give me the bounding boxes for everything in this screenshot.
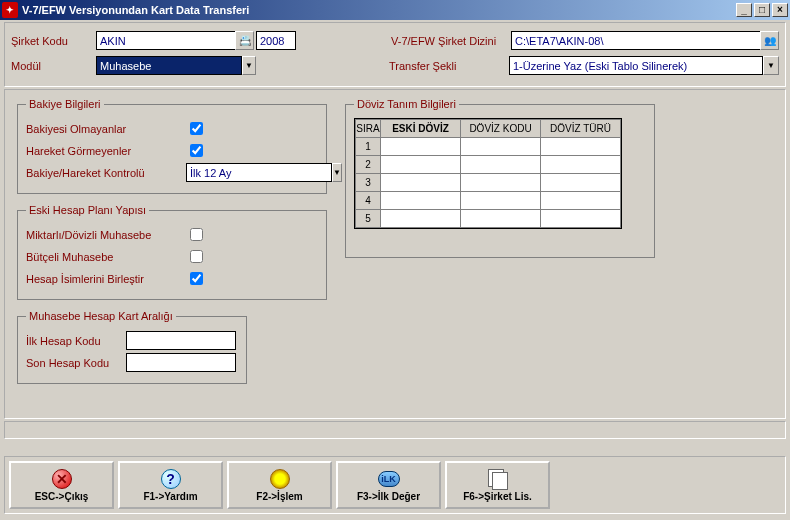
f3-ilk-deger-button[interactable]: iLK F3->İlk Değer [336, 461, 441, 509]
ilk-hesap-label: İlk Hesap Kodu [26, 335, 126, 347]
bakiye-kontrol-value[interactable] [186, 163, 332, 182]
modul-value[interactable] [96, 56, 242, 75]
help-icon: ? [161, 469, 181, 489]
transfer-sekli-label: Transfer Şekli [389, 60, 509, 72]
modul-combo[interactable]: ▼ [96, 56, 256, 75]
birlestir-checkbox[interactable] [190, 272, 203, 285]
miktarli-checkbox[interactable] [190, 228, 203, 241]
bakiye-fieldset: Bakiye Bilgileri Bakiyesi Olmayanlar Har… [17, 98, 327, 194]
bakiye-kontrol-label: Bakiye/Hareket Kontrolü [26, 167, 186, 179]
birlestir-label: Hesap İsimlerini Birleştir [26, 273, 186, 285]
grid-col-turu: DÖVİZ TÜRÜ [541, 120, 621, 138]
sirket-kodu-input[interactable] [96, 31, 236, 50]
hareket-gormeyenler-label: Hareket Görmeyenler [26, 145, 186, 157]
minimize-button[interactable]: _ [736, 3, 752, 17]
transfer-sekli-value[interactable] [509, 56, 763, 75]
year-input[interactable] [256, 31, 296, 50]
sirket-dizini-browse-icon[interactable]: 👥 [760, 31, 779, 50]
aralik-legend: Muhasebe Hesap Kart Aralığı [26, 310, 176, 322]
bakiye-kontrol-combo[interactable]: ▼ [186, 163, 286, 182]
button-bar: ✕ ESC->Çıkış ? F1->Yardım F2->İşlem iLK … [4, 456, 786, 514]
modul-label: Modül [11, 60, 96, 72]
maximize-button[interactable]: □ [754, 3, 770, 17]
son-hesap-label: Son Hesap Kodu [26, 357, 126, 369]
ilk-hesap-input[interactable] [126, 331, 236, 350]
doviz-grid[interactable]: SIRA ESKİ DÖVİZ DÖVİZ KODU DÖVİZ TÜRÜ 1 … [354, 118, 622, 229]
son-hesap-input[interactable] [126, 353, 236, 372]
bakiyesi-olmayanlar-label: Bakiyesi Olmayanlar [26, 123, 186, 135]
chevron-down-icon[interactable]: ▼ [763, 56, 779, 75]
table-row: 2 [356, 156, 621, 174]
butceli-checkbox[interactable] [190, 250, 203, 263]
f2-islem-button[interactable]: F2->İşlem [227, 461, 332, 509]
titlebar: ✦ V-7/EFW Versiyonundan Kart Data Transf… [0, 0, 790, 20]
bakiyesi-olmayanlar-checkbox[interactable] [190, 122, 203, 135]
bakiye-legend: Bakiye Bilgileri [26, 98, 104, 110]
f1-yardim-button[interactable]: ? F1->Yardım [118, 461, 223, 509]
gear-icon [270, 469, 290, 489]
grid-col-eski: ESKİ DÖVİZ [381, 120, 461, 138]
spacer-panel [4, 421, 786, 439]
window-title: V-7/EFW Versiyonundan Kart Data Transfer… [22, 4, 736, 16]
hesap-aralik-fieldset: Muhasebe Hesap Kart Aralığı İlk Hesap Ko… [17, 310, 247, 384]
sirket-kodu-label: Şirket Kodu [11, 35, 96, 47]
chevron-down-icon[interactable]: ▼ [332, 163, 342, 182]
f6-sirket-lis-button[interactable]: F6->Şirket Lis. [445, 461, 550, 509]
table-row: 3 [356, 174, 621, 192]
sirket-dizini-label: V-7/EFW Şirket Dizini [391, 35, 511, 47]
close-button[interactable]: × [772, 3, 788, 17]
window-controls: _ □ × [736, 3, 788, 17]
table-row: 4 [356, 192, 621, 210]
eski-legend: Eski Hesap Planı Yapısı [26, 204, 149, 216]
hareket-gormeyenler-checkbox[interactable] [190, 144, 203, 157]
butceli-label: Bütçeli Muhasebe [26, 251, 186, 263]
mid-panel: Bakiye Bilgileri Bakiyesi Olmayanlar Har… [4, 89, 786, 419]
document-list-icon [488, 469, 508, 489]
sirket-dizini-input[interactable] [511, 31, 761, 50]
miktarli-label: Miktarlı/Dövizli Muhasebe [26, 229, 186, 241]
chevron-down-icon[interactable]: ▼ [242, 56, 256, 75]
table-row: 1 [356, 138, 621, 156]
esc-cikis-button[interactable]: ✕ ESC->Çıkış [9, 461, 114, 509]
ilk-badge-icon: iLK [378, 471, 400, 487]
top-panel: Şirket Kodu 📇 V-7/EFW Şirket Dizini 👥 Mo… [4, 22, 786, 87]
grid-col-sira: SIRA [356, 120, 381, 138]
sirket-kodu-lookup-icon[interactable]: 📇 [235, 31, 254, 50]
transfer-sekli-combo[interactable]: ▼ [509, 56, 779, 75]
table-row: 5 [356, 210, 621, 228]
grid-col-kodu: DÖVİZ KODU [461, 120, 541, 138]
close-x-icon: ✕ [52, 469, 72, 489]
doviz-fieldset: Döviz Tanım Bilgileri SIRA ESKİ DÖVİZ DÖ… [345, 98, 655, 258]
eski-hesap-fieldset: Eski Hesap Planı Yapısı Miktarlı/Dövizli… [17, 204, 327, 300]
doviz-legend: Döviz Tanım Bilgileri [354, 98, 459, 110]
app-icon: ✦ [2, 2, 18, 18]
